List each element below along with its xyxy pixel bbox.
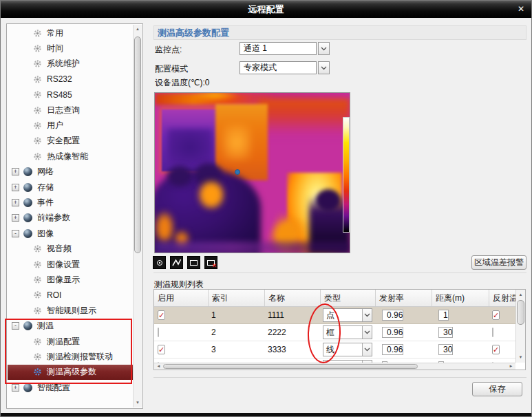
rule-name: 2222	[264, 328, 286, 337]
hscroll-thumb[interactable]	[163, 364, 418, 369]
table-row[interactable]: ✓33333线0.9630✓	[154, 341, 525, 359]
col-distance[interactable]: 距离(m)	[432, 290, 489, 306]
col-name[interactable]: 名称	[264, 290, 320, 306]
sidebar-item-智能配置[interactable]: +智能配置	[8, 380, 134, 395]
sidebar-item-事件[interactable]: +事件	[8, 195, 134, 210]
rule-index: 1	[208, 310, 216, 320]
col-emissivity[interactable]: 发射率	[375, 290, 432, 306]
sidebar-item-RS232[interactable]: RS232	[8, 72, 134, 87]
col-index[interactable]: 索引	[208, 290, 264, 306]
table-vscrollbar[interactable]: ▲ ▼	[515, 290, 525, 363]
point-tool-icon	[157, 260, 162, 266]
scroll-down-icon[interactable]: ▼	[516, 353, 525, 362]
gear-icon	[33, 290, 42, 299]
config-mode-dropdown-button[interactable]	[318, 61, 330, 74]
line-tool-button[interactable]	[170, 256, 183, 269]
config-mode-select[interactable]: 专家模式	[240, 61, 317, 74]
rect-tool-button[interactable]	[187, 256, 200, 269]
scroll-down-icon[interactable]: ▼	[134, 398, 142, 407]
collapse-icon[interactable]: -	[12, 230, 19, 237]
sidebar-item-日志查询[interactable]: 日志查询	[8, 103, 134, 118]
sidebar-item-ROI[interactable]: ROI	[8, 288, 134, 303]
emissivity-input[interactable]: 0.96	[382, 327, 403, 338]
gear-icon	[33, 136, 42, 145]
sidebar-item-时间[interactable]: 时间	[8, 41, 134, 56]
distance-input[interactable]: 30	[438, 327, 453, 338]
sidebar-item-label: 前端参数	[37, 212, 70, 224]
sidebar-item-图像[interactable]: -图像	[8, 226, 134, 241]
distance-input[interactable]: 30	[438, 344, 453, 355]
emissivity-input[interactable]: 0.96	[382, 310, 403, 321]
sidebar-item-智能规则显示[interactable]: 智能规则显示	[8, 303, 134, 318]
gear-icon	[33, 90, 42, 99]
expand-icon[interactable]: +	[12, 184, 19, 191]
sidebar-item-网络[interactable]: +网络	[8, 164, 134, 180]
rule-index: 2	[208, 328, 216, 337]
table-row[interactable]: 22222框0.9630	[154, 324, 525, 341]
sidebar-item-测温高级参数[interactable]: 测温高级参数	[8, 365, 134, 380]
sidebar-item-测温[interactable]: -测温	[8, 318, 134, 333]
scroll-right-icon[interactable]: ►	[507, 363, 515, 370]
close-icon[interactable]: ✕	[518, 1, 524, 18]
gear-icon	[33, 121, 42, 130]
device-category-icon	[23, 383, 32, 392]
col-type[interactable]: 类型	[320, 290, 375, 306]
region-temp-diff-alarm-button[interactable]: 区域温差报警	[471, 255, 526, 270]
sidebar-item-热成像智能[interactable]: 热成像智能	[8, 149, 134, 164]
sidebar-item-label: RS485	[47, 90, 72, 100]
vscroll-thumb[interactable]	[517, 300, 524, 325]
expand-icon[interactable]: +	[12, 214, 19, 222]
divider	[153, 377, 526, 378]
sidebar-item-图像显示[interactable]: 图像显示	[8, 272, 134, 287]
device-category-icon	[23, 167, 32, 176]
sidebar-item-label: 视音频	[47, 243, 72, 255]
sidebar-item-label: 热成像智能	[47, 151, 88, 162]
thermal-preview[interactable]	[154, 92, 350, 253]
collapse-icon[interactable]: -	[12, 322, 19, 330]
sidebar-item-图像设置[interactable]: 图像设置	[8, 257, 134, 272]
table-body: ✓11111点0.961✓22222框0.9630✓33333线0.9630✓	[154, 307, 525, 363]
expand-icon[interactable]: +	[12, 199, 19, 206]
sidebar-item-系统维护[interactable]: 系统维护	[8, 56, 134, 72]
titlebar[interactable]: 远程配置 ✕	[1, 1, 531, 18]
scroll-up-icon[interactable]: ▲	[134, 25, 142, 34]
enable-checkbox[interactable]: ✓	[158, 345, 165, 354]
point-tool-button[interactable]	[153, 256, 166, 269]
reflect-checkbox[interactable]	[492, 328, 493, 337]
sidebar-item-常用[interactable]: 常用	[8, 25, 134, 41]
sidebar-item-存储[interactable]: +存储	[8, 180, 134, 195]
monitor-point-select[interactable]: 通道 1	[240, 42, 317, 55]
delete-rect-tool-button[interactable]: ✕	[204, 256, 217, 269]
col-enable[interactable]: 启用	[154, 290, 208, 306]
config-mode-label: 配置模式	[155, 63, 188, 75]
enable-checkbox[interactable]	[158, 328, 159, 337]
distance-input[interactable]: 1	[438, 310, 449, 321]
type-select[interactable]: 线	[323, 343, 372, 356]
monitor-point-dropdown-button[interactable]	[318, 42, 330, 55]
expand-icon[interactable]: +	[12, 384, 19, 392]
expand-icon[interactable]: +	[12, 168, 19, 175]
sidebar-item-安全配置[interactable]: 安全配置	[8, 133, 134, 149]
sidebar-item-用户[interactable]: 用户	[8, 118, 134, 133]
sidebar-scrollbar[interactable]: ▲ ▼	[133, 25, 142, 407]
enable-checkbox[interactable]: ✓	[158, 310, 165, 320]
reflect-checkbox[interactable]: ✓	[492, 345, 500, 354]
save-button[interactable]: 保存	[472, 382, 522, 396]
type-select[interactable]: 框	[323, 325, 372, 339]
reflect-checkbox[interactable]: ✓	[492, 310, 500, 320]
scroll-up-icon[interactable]: ▲	[516, 290, 525, 299]
sidebar-scroll-thumb[interactable]	[134, 36, 141, 253]
sidebar-item-视音频[interactable]: 视音频	[8, 241, 134, 256]
sidebar-item-测温配置[interactable]: 测温配置	[8, 334, 134, 349]
scroll-left-icon[interactable]: ◄	[155, 363, 162, 370]
table-row[interactable]: ✓11111点0.961✓	[154, 307, 525, 324]
table-hscrollbar[interactable]: ◄ ►	[154, 363, 515, 370]
sidebar-item-测温检测报警联动[interactable]: 测温检测报警联动	[8, 349, 134, 364]
gear-icon	[33, 352, 42, 361]
chevron-down-icon	[364, 348, 370, 352]
divider	[153, 272, 526, 273]
type-select[interactable]: 点	[323, 308, 372, 322]
sidebar-item-前端参数[interactable]: +前端参数	[8, 211, 134, 226]
sidebar-item-RS485[interactable]: RS485	[8, 87, 134, 103]
emissivity-input[interactable]: 0.96	[382, 344, 403, 355]
